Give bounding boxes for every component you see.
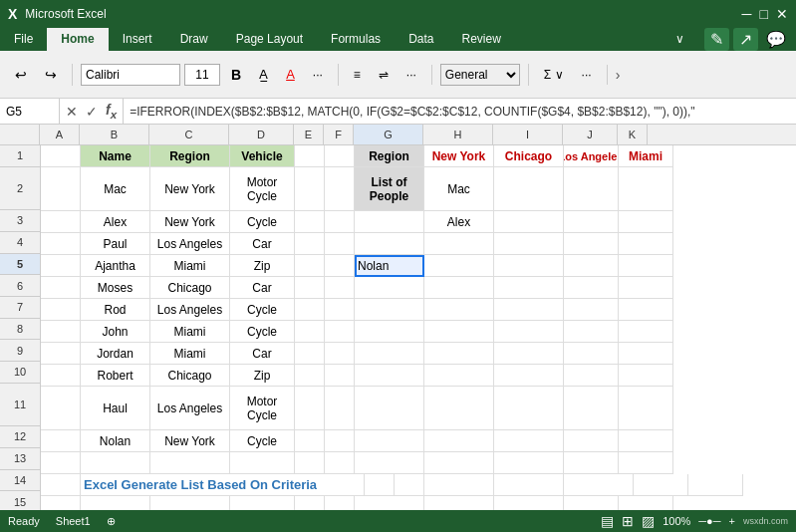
I11[interactable] <box>494 387 564 430</box>
E10[interactable] <box>295 365 325 387</box>
col-J[interactable]: J <box>563 125 618 144</box>
G12[interactable] <box>355 430 424 452</box>
I1-chicago[interactable]: Chicago <box>494 145 564 167</box>
I12[interactable] <box>494 430 564 452</box>
I9[interactable] <box>494 343 564 365</box>
more-align-btn[interactable]: ··· <box>399 65 423 85</box>
I7[interactable] <box>494 299 564 321</box>
D4-car[interactable]: Car <box>230 233 295 255</box>
C1[interactable]: Region <box>150 145 230 167</box>
C2-newyork[interactable]: New York <box>150 167 230 211</box>
H6[interactable] <box>424 277 494 299</box>
minimize-btn[interactable]: ─ <box>742 6 752 22</box>
B13[interactable] <box>81 452 150 474</box>
J12[interactable] <box>564 430 619 452</box>
J5[interactable] <box>564 255 619 277</box>
F14[interactable] <box>395 474 424 496</box>
tab-home[interactable]: Home <box>47 28 108 51</box>
col-B[interactable]: B <box>80 125 149 144</box>
formula-input[interactable]: =IFERROR(INDEX($B$2:$B$12, MATCH(0, IF(G… <box>124 105 796 119</box>
K10[interactable] <box>619 365 673 387</box>
A10[interactable] <box>41 365 81 387</box>
D12-cycle[interactable]: Cycle <box>230 430 295 452</box>
D1[interactable]: Vehicle <box>230 145 295 167</box>
D9-car[interactable]: Car <box>230 343 295 365</box>
B1[interactable]: Name <box>81 145 150 167</box>
H14[interactable] <box>494 474 564 496</box>
C9-miami[interactable]: Miami <box>150 343 230 365</box>
J1-losangeles[interactable]: Los Angeles <box>564 145 619 167</box>
cell-reference-box[interactable]: G5 <box>0 99 60 124</box>
row-9[interactable]: 9 <box>0 340 40 362</box>
A8[interactable] <box>41 321 81 343</box>
E13[interactable] <box>295 452 325 474</box>
tab-more[interactable]: ∨ <box>662 28 698 51</box>
A7[interactable] <box>41 299 81 321</box>
J6[interactable] <box>564 277 619 299</box>
C12-newyork[interactable]: New York <box>150 430 230 452</box>
A4[interactable] <box>41 233 81 255</box>
J10[interactable] <box>564 365 619 387</box>
K3[interactable] <box>619 211 673 233</box>
K7[interactable] <box>619 299 673 321</box>
F8[interactable] <box>325 321 355 343</box>
G2-listofpeople[interactable]: List of People <box>355 167 424 211</box>
col-A[interactable]: A <box>40 125 80 144</box>
tab-page-layout[interactable]: Page Layout <box>222 28 317 51</box>
K8[interactable] <box>619 321 673 343</box>
A2[interactable] <box>41 167 81 211</box>
A3[interactable] <box>41 211 81 233</box>
F11[interactable] <box>325 387 355 430</box>
I3[interactable] <box>494 211 564 233</box>
B14-footer[interactable]: Excel Generate List Based On Criteria <box>81 474 365 496</box>
G9[interactable] <box>355 343 424 365</box>
F2[interactable] <box>325 167 355 211</box>
D3-cycle[interactable]: Cycle <box>230 211 295 233</box>
D2-motorcycle[interactable]: Motor Cycle <box>230 167 295 211</box>
E1[interactable] <box>295 145 325 167</box>
row-2[interactable]: 2 <box>0 167 40 210</box>
D10-zip[interactable]: Zip <box>230 365 295 387</box>
C5-miami[interactable]: Miami <box>150 255 230 277</box>
C4-losangeles[interactable]: Los Angeles <box>150 233 230 255</box>
row-1[interactable]: 1 <box>0 145 40 167</box>
E7[interactable] <box>295 299 325 321</box>
I6[interactable] <box>494 277 564 299</box>
C13[interactable] <box>150 452 230 474</box>
tab-insert[interactable]: Insert <box>109 28 166 51</box>
A5[interactable] <box>41 255 81 277</box>
wrap-text-btn[interactable]: ⇌ <box>372 65 396 85</box>
col-D[interactable]: D <box>229 125 294 144</box>
G13[interactable] <box>355 452 424 474</box>
E2[interactable] <box>295 167 325 211</box>
G8[interactable] <box>355 321 424 343</box>
B4-paul[interactable]: Paul <box>81 233 150 255</box>
row-8[interactable]: 8 <box>0 319 40 341</box>
row-3[interactable]: 3 <box>0 210 40 232</box>
row-4[interactable]: 4 <box>0 232 40 254</box>
tab-data[interactable]: Data <box>395 28 447 51</box>
row-5[interactable]: 5 <box>0 254 40 276</box>
J7[interactable] <box>564 299 619 321</box>
K12[interactable] <box>619 430 673 452</box>
row-11[interactable]: 11 <box>0 384 40 426</box>
col-G[interactable]: G <box>354 125 423 144</box>
C7-losangeles[interactable]: Los Angeles <box>150 299 230 321</box>
F13[interactable] <box>325 452 355 474</box>
ribbon-share-icon[interactable]: ↗ <box>733 28 758 51</box>
A12[interactable] <box>41 430 81 452</box>
I2[interactable] <box>494 167 564 211</box>
C6-chicago[interactable]: Chicago <box>150 277 230 299</box>
G3[interactable] <box>355 211 424 233</box>
H5[interactable] <box>424 255 494 277</box>
ribbon-scroll-right[interactable]: › <box>616 67 621 83</box>
G14[interactable] <box>424 474 494 496</box>
G11[interactable] <box>355 387 424 430</box>
E5[interactable] <box>295 255 325 277</box>
H1-newyork[interactable]: New York <box>424 145 494 167</box>
J2[interactable] <box>564 167 619 211</box>
tab-draw[interactable]: Draw <box>166 28 222 51</box>
col-K[interactable]: K <box>618 125 648 144</box>
row-13[interactable]: 13 <box>0 448 40 470</box>
formula-cancel-icon[interactable]: ✕ <box>64 104 80 120</box>
